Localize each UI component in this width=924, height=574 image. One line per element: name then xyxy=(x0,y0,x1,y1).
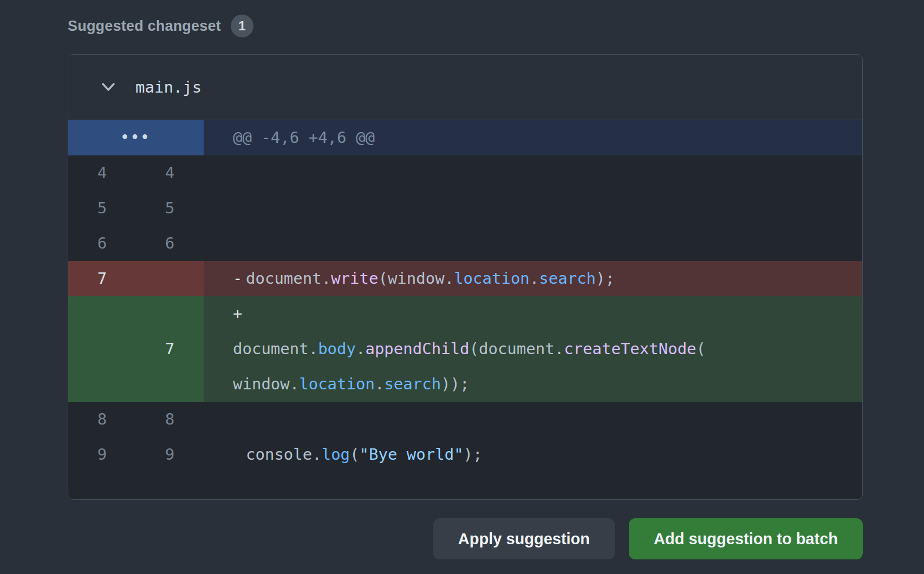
suggested-changeset-panel: Suggested changeset 1 main.js •••@@ -4,6… xyxy=(0,0,924,574)
file-card: main.js •••@@ -4,6 +4,6 @@4455667-docume… xyxy=(68,54,863,500)
code-token: (document. xyxy=(470,340,564,358)
actions-row: Apply suggestion Add suggestion to batch xyxy=(68,518,863,559)
code-line: + xyxy=(233,296,862,331)
code-token: location xyxy=(454,269,530,288)
code-line: console.log("Bye world"); xyxy=(233,437,862,472)
diff-row-context: 88 xyxy=(68,402,862,437)
old-line-number: 5 xyxy=(68,191,136,226)
diff-row-add: 7+document.body.appendChild(document.cre… xyxy=(68,296,862,402)
code-token: location xyxy=(299,375,375,393)
diff-table: •••@@ -4,6 +4,6 @@4455667-document.write… xyxy=(68,120,862,472)
code-token: appendChild xyxy=(365,340,469,358)
panel-title: Suggested changeset xyxy=(68,18,221,35)
code-line xyxy=(233,191,862,226)
diff-row-context: 99console.log("Bye world"); xyxy=(68,437,862,472)
diff-row-context: 55 xyxy=(68,191,862,226)
code-token: document. xyxy=(233,340,318,358)
code-line xyxy=(233,226,862,261)
code-line: document.body.appendChild(document.creat… xyxy=(233,331,862,367)
old-line-number: 6 xyxy=(68,226,136,261)
code-cell: -document.write(window.location.search); xyxy=(204,261,862,296)
add-suggestion-to-batch-button[interactable]: Add suggestion to batch xyxy=(629,518,863,559)
code-token: . xyxy=(530,269,539,288)
new-line-number: 9 xyxy=(136,437,204,472)
diff-row-hunk: •••@@ -4,6 +4,6 @@ xyxy=(68,120,862,155)
code-line: window.location.search)); xyxy=(233,367,862,402)
code-token: log xyxy=(322,445,350,464)
new-line-number: 7 xyxy=(136,296,204,402)
code-token: (window. xyxy=(378,269,454,288)
old-line-number: 7 xyxy=(68,261,136,296)
expand-hunk-button[interactable]: ••• xyxy=(68,120,204,155)
code-cell xyxy=(204,226,862,261)
code-token: ); xyxy=(464,445,483,464)
old-line-number: 4 xyxy=(68,155,136,191)
diff-row-del: 7-document.write(window.location.search)… xyxy=(68,261,862,296)
old-line-number: 8 xyxy=(68,402,136,437)
diff-marker: - xyxy=(233,261,246,296)
code-token: write xyxy=(331,269,378,288)
code-token: ( xyxy=(697,340,706,358)
code-line: -document.write(window.location.search); xyxy=(233,261,862,296)
code-token: . xyxy=(356,340,365,358)
chevron-down-icon[interactable] xyxy=(99,77,118,97)
code-token: "Bye world" xyxy=(360,445,464,464)
code-token: ); xyxy=(596,269,615,288)
code-token: search xyxy=(539,269,596,288)
code-token: body xyxy=(318,340,356,358)
file-name: main.js xyxy=(135,78,201,96)
diff-marker: + xyxy=(233,296,246,331)
new-line-number: 5 xyxy=(136,191,204,226)
code-line xyxy=(233,155,862,191)
code-token: ( xyxy=(350,445,359,464)
old-line-number xyxy=(68,296,136,402)
old-line-number: 9 xyxy=(68,437,136,472)
hunk-header-text: @@ -4,6 +4,6 @@ xyxy=(204,120,862,155)
code-cell xyxy=(204,191,862,226)
code-line xyxy=(233,402,862,437)
file-header: main.js xyxy=(68,55,862,120)
diff-row-context: 44 xyxy=(68,155,862,191)
panel-title-row: Suggested changeset 1 xyxy=(68,14,863,38)
code-cell: console.log("Bye world"); xyxy=(204,437,862,472)
code-cell xyxy=(204,402,862,437)
panel-content: Suggested changeset 1 main.js •••@@ -4,6… xyxy=(68,0,863,559)
diff-row-context: 66 xyxy=(68,226,862,261)
new-line-number: 8 xyxy=(136,402,204,437)
changeset-count-badge: 1 xyxy=(231,15,253,37)
code-token: )); xyxy=(441,375,469,393)
new-line-number xyxy=(136,261,204,296)
new-line-number: 4 xyxy=(136,155,204,191)
code-token: search xyxy=(384,375,441,393)
code-cell xyxy=(204,155,862,191)
code-token: . xyxy=(375,375,384,393)
code-token: window. xyxy=(233,375,299,393)
code-cell: +document.body.appendChild(document.crea… xyxy=(204,296,862,402)
code-token: console. xyxy=(246,445,322,464)
new-line-number: 6 xyxy=(136,226,204,261)
apply-suggestion-button[interactable]: Apply suggestion xyxy=(433,518,615,559)
code-token: document. xyxy=(246,269,331,288)
code-token: createTextNode xyxy=(564,340,696,358)
